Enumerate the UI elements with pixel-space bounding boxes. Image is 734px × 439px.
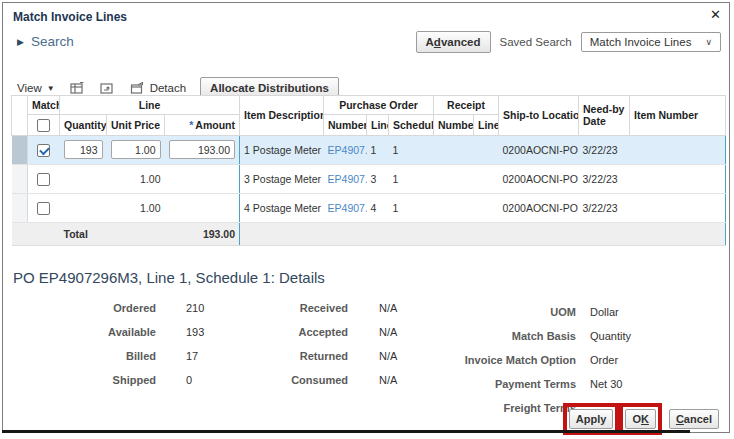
detach-button[interactable]: Detach [129,81,186,95]
cancel-label-key: C [676,413,684,425]
detail-value: Quantity [576,330,696,342]
cell-item-number [630,193,726,222]
saved-search-label: Saved Search [500,36,572,48]
cell-receipt-number [434,135,474,164]
view-menu[interactable]: View ▼ [17,82,55,94]
cell-po-line: 1 [367,135,389,164]
table-row[interactable]: 1.00 4 Postage Meter L... EP4907... 4 1 … [12,193,726,222]
header-po-line[interactable]: Line [367,115,389,136]
detail-label: Consumed [203,374,348,386]
cell-po-number: EP4907... [324,193,367,222]
search-section: ▶ Search [17,34,74,49]
row-selector[interactable] [12,164,28,193]
cell-need-by: 3/22/23 [579,164,630,193]
match-checkbox[interactable] [37,144,50,157]
header-need-by-date[interactable]: Need-by Date [579,96,630,136]
detail-label: Received [203,302,348,314]
header-match[interactable]: Match [28,96,60,115]
detach-label: Detach [150,82,186,94]
row-selector[interactable] [12,135,28,164]
match-invoice-lines-dialog: Match Invoice Lines ✕ ▶ Search Advanced … [2,2,730,433]
header-receipt-line[interactable]: Line [474,115,499,136]
invoice-lines-table: Match Line Item Description Purchase Ord… [11,95,725,246]
cell-item-number [630,135,726,164]
ok-label-key: K [641,413,649,425]
row-selector[interactable] [12,193,28,222]
cell-quantity [60,193,107,222]
amount-input[interactable] [169,140,236,159]
table-row[interactable]: 1.00 3 Postage Meter L... EP4907... 3 1 … [12,164,726,193]
match-checkbox[interactable] [37,202,50,215]
header-group-receipt: Receipt [434,96,499,115]
dialog-title: Match Invoice Lines [13,10,127,24]
cell-ship-to: 0200AOCNI-PO ... [499,164,579,193]
header-group-line: Line [60,96,240,115]
detail-value: Dollar [576,306,696,318]
header-quantity[interactable]: Quantity [60,115,107,136]
apply-button[interactable]: Apply [569,409,614,429]
detail-label: UOM [423,306,576,318]
detail-label: Available [13,326,156,338]
header-po-schedule[interactable]: Schedule [389,115,434,136]
caret-down-icon: ▼ [47,84,55,93]
table-row[interactable]: 1 Postage Meter L... EP4907... 1 1 0200A… [12,135,726,164]
header-item-number[interactable]: Item Number [630,96,726,136]
detach-icon [129,81,145,95]
header-receipt-number[interactable]: Number [434,115,474,136]
cell-amount [165,164,240,193]
detail-label: Shipped [13,374,156,386]
search-section-label[interactable]: Search [31,34,74,49]
quantity-input[interactable] [64,140,103,159]
cell-po-line: 3 [367,164,389,193]
advanced-label-key: d [434,36,441,48]
advanced-label-pre: A [426,36,434,48]
advanced-button[interactable]: Advanced [416,31,491,53]
ok-label-pre: O [632,413,641,425]
expand-arrow-icon[interactable]: ▶ [17,37,24,47]
wrap-icon[interactable] [99,81,115,95]
cell-amount [165,193,240,222]
cell-po-number: EP4907... [324,135,367,164]
po-number-link[interactable]: EP4907... [328,202,367,214]
cell-amount [165,135,240,164]
cell-po-number: EP4907... [324,164,367,193]
match-checkbox[interactable] [37,173,50,186]
header-amount[interactable]: *Amount [165,115,240,136]
cell-unit-price [107,135,165,164]
cell-quantity [60,135,107,164]
ok-button[interactable]: OK [625,409,656,429]
cell-ship-to: 0200AOCNI-PO ... [499,193,579,222]
header-item-description[interactable]: Item Description [240,96,324,136]
detail-value: Order [576,354,696,366]
freeze-icon[interactable] [69,81,85,95]
cell-po-schedule: 1 [389,135,434,164]
row-selector-header [12,96,28,136]
header-ship-to-location[interactable]: Ship-to Location [499,96,579,136]
cell-item-number [630,164,726,193]
cell-po-line: 4 [367,193,389,222]
cancel-label-post: ancel [684,413,712,425]
select-all-checkbox[interactable] [37,119,50,132]
detail-label: Freight Terms [423,402,576,414]
cancel-button[interactable]: Cancel [669,409,719,429]
po-number-link[interactable]: EP4907... [328,144,367,156]
saved-search-value: Match Invoice Lines [590,36,692,48]
unit-price-input[interactable] [111,140,161,159]
advanced-label-post: vanced [441,36,481,48]
cell-receipt-line [474,135,499,164]
cell-item-description: 1 Postage Meter L... [240,135,324,164]
chevron-down-icon: ∨ [705,37,712,47]
detail-label: Invoice Match Option [423,354,576,366]
close-icon[interactable]: ✕ [710,8,721,22]
po-number-link[interactable]: EP4907... [328,173,367,185]
cell-receipt-line [474,164,499,193]
header-unit-price[interactable]: Unit Price [107,115,165,136]
header-po-number[interactable]: Number [324,115,367,136]
detail-label: Returned [203,350,348,362]
cell-need-by: 3/22/23 [579,193,630,222]
view-menu-label: View [17,82,42,94]
total-empty [240,222,324,245]
details-terms: UOMDollar Match BasisQuantity Invoice Ma… [423,300,696,420]
cell-receipt-number [434,193,474,222]
saved-search-select[interactable]: Match Invoice Lines ∨ [581,32,721,52]
